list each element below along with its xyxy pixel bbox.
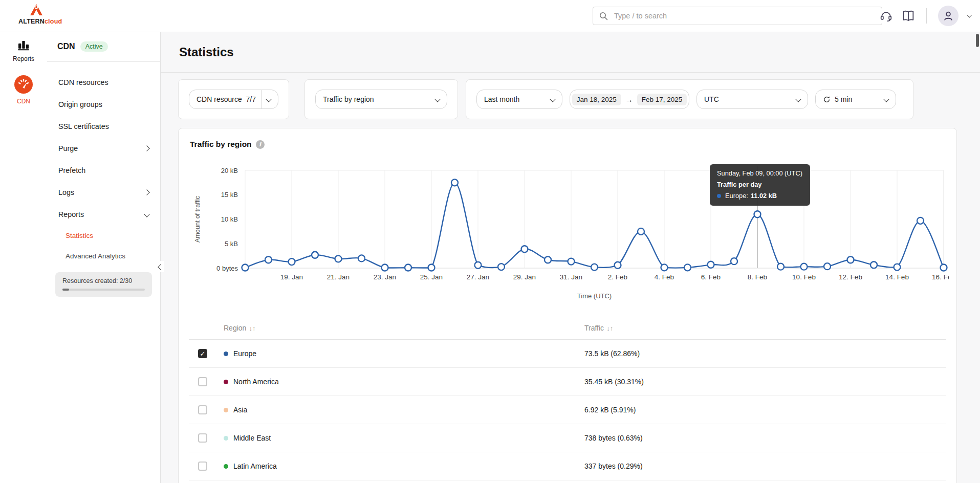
docs-book-icon[interactable] [902, 10, 915, 22]
column-header-region[interactable]: Region↓↑ [224, 324, 584, 332]
refresh-value: 5 min [835, 95, 852, 103]
chart-point[interactable] [498, 264, 505, 270]
sort-icon: ↓↑ [249, 324, 255, 332]
sidebar-title: CDN [57, 42, 75, 51]
refresh-interval-select[interactable]: 5 min [815, 90, 896, 109]
search-icon [599, 12, 608, 20]
account-menu-chevron-icon[interactable] [967, 12, 971, 17]
svg-text:15 kB: 15 kB [221, 191, 238, 199]
chart-point[interactable] [521, 246, 528, 252]
metric-select[interactable]: Traffic by region [315, 90, 447, 109]
period-value: Last month [484, 95, 519, 103]
brand-logo[interactable]: ALTERNcloud [18, 3, 54, 26]
rail-item-reports[interactable]: Reports [0, 32, 47, 62]
chart-point[interactable] [405, 265, 411, 271]
svg-text:8. Feb: 8. Feb [748, 273, 767, 281]
region-checkbox[interactable] [198, 462, 207, 471]
sidebar-item-origin-groups[interactable]: Origin groups [47, 93, 160, 115]
chevron-down-icon [550, 96, 555, 102]
region-label: Asia [233, 406, 247, 414]
chevron-right-icon [144, 189, 149, 195]
sidebar-item-ssl-certificates[interactable]: SSL certificates [47, 115, 160, 137]
region-label: Europe [233, 349, 256, 358]
chart-point[interactable] [242, 265, 249, 271]
filter-card-resource: CDN resource 7/7 [178, 79, 289, 119]
region-checkbox[interactable] [198, 433, 207, 443]
icon-rail: Reports CDN [0, 32, 48, 483]
status-badge: Active [80, 41, 108, 52]
column-header-traffic[interactable]: Traffic↓↑ [584, 324, 613, 332]
chart-point[interactable] [289, 258, 295, 265]
date-from-field[interactable]: Jan 18, 2025 [572, 94, 621, 105]
chart-point[interactable] [428, 265, 435, 271]
period-select[interactable]: Last month [476, 90, 562, 109]
sidebar-item-purge[interactable]: Purge [47, 137, 160, 159]
region-table: Region↓↑ Traffic↓↑ ✓ Europe 73.5 kB (62.… [189, 317, 946, 480]
region-checkbox[interactable] [198, 377, 207, 386]
chart-point[interactable] [777, 264, 784, 270]
chart-point[interactable] [661, 264, 668, 271]
chart-point[interactable] [824, 263, 831, 270]
chart-point[interactable] [545, 256, 551, 263]
date-range-control: Jan 18, 2025 → Feb 17, 2025 [570, 90, 689, 109]
metric-value: Traffic by region [323, 95, 374, 103]
sidebar-subitem-advanced-analytics[interactable]: Advanced Analytics [47, 246, 160, 266]
main-content: Statistics CDN resource 7/7 Traffic by r… [161, 32, 980, 483]
region-label: Middle East [233, 434, 271, 442]
support-headset-icon[interactable] [880, 10, 892, 23]
chart-point[interactable] [382, 265, 388, 271]
chart-title: Traffic by region i [190, 140, 265, 149]
svg-text:31. Jan: 31. Jan [560, 273, 582, 281]
resources-quota-box: Resources created: 2/30 [55, 272, 152, 297]
sidebar-subitem-statistics[interactable]: Statistics [47, 225, 160, 246]
chart-point[interactable] [684, 264, 691, 271]
sidebar-item-logs[interactable]: Logs [47, 181, 160, 203]
series-dot-icon [717, 194, 721, 198]
chart-point[interactable] [638, 228, 644, 235]
chart-point[interactable] [451, 179, 458, 186]
svg-text:4. Feb: 4. Feb [655, 273, 674, 281]
user-avatar[interactable] [938, 6, 959, 26]
chart-point[interactable] [358, 255, 365, 261]
rail-item-cdn[interactable]: CDN [0, 62, 47, 105]
timezone-select[interactable]: UTC [696, 90, 808, 109]
sidebar-collapse-button[interactable] [158, 261, 164, 272]
sidebar-item-reports[interactable]: Reports [47, 203, 160, 225]
chart-point[interactable] [731, 258, 737, 265]
region-checkbox[interactable] [198, 405, 207, 414]
traffic-value: 738 bytes (0.63%) [584, 434, 946, 442]
svg-text:20 kB: 20 kB [221, 167, 238, 174]
region-checkbox[interactable]: ✓ [198, 349, 207, 358]
sidebar-item-cdn-resources[interactable]: CDN resources [47, 71, 160, 93]
chart-point[interactable] [312, 252, 318, 258]
region-label: North America [233, 378, 279, 386]
control-divider [261, 90, 262, 108]
filter-bar: CDN resource 7/7 Traffic by region Last … [178, 79, 957, 119]
chart-point[interactable] [754, 211, 761, 217]
traffic-chart[interactable]: 19. Jan21. Jan23. Jan25. Jan27. Jan29. J… [191, 164, 949, 302]
info-icon[interactable]: i [256, 140, 265, 149]
region-dot [224, 464, 228, 469]
sidebar-item-prefetch[interactable]: Prefetch [47, 159, 160, 181]
date-to-field[interactable]: Feb 17, 2025 [637, 94, 687, 105]
global-search[interactable] [593, 7, 882, 25]
resources-quota-text: Resources created: 2/30 [62, 277, 145, 284]
chart-point[interactable] [801, 264, 808, 270]
chart-point[interactable] [917, 217, 924, 224]
chart-point[interactable] [894, 264, 901, 271]
chart-point[interactable] [568, 258, 575, 265]
chart-point[interactable] [615, 262, 621, 269]
cdn-resource-select[interactable]: CDN resource 7/7 [189, 90, 278, 109]
chart-point[interactable] [708, 261, 714, 268]
chart-point[interactable] [475, 262, 482, 269]
search-input[interactable] [613, 11, 876, 20]
chart-point[interactable] [941, 265, 947, 271]
vertical-scrollbar[interactable] [976, 34, 979, 47]
svg-text:10 kB: 10 kB [221, 215, 238, 223]
chart-point[interactable] [335, 255, 342, 262]
chart-point[interactable] [847, 256, 854, 263]
chart-tooltip: Sunday, Feb 09, 00:00 (UTC) Traffic per … [710, 164, 810, 206]
chart-point[interactable] [265, 256, 272, 263]
chart-point[interactable] [591, 264, 598, 271]
chart-point[interactable] [870, 261, 877, 268]
